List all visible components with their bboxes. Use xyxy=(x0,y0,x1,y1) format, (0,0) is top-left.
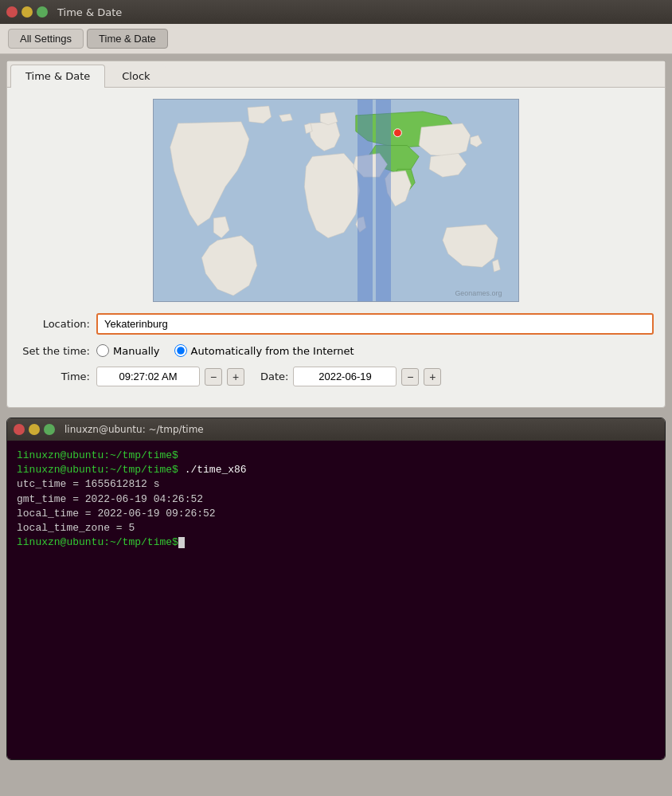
nav-bar: All Settings Time & Date xyxy=(0,24,672,54)
content-area: Geonames.org Location: Set the time: Man… xyxy=(7,88,665,407)
terminal-output-4: local_time_zone = 5 xyxy=(17,521,655,535)
terminal-title-bar: linuxzn@ubuntu: ~/tmp/time xyxy=(7,418,665,441)
tab-time-date[interactable]: Time & Date xyxy=(10,65,105,88)
terminal-minimize-button[interactable] xyxy=(29,424,40,435)
time-date-controls: − + Date: − + xyxy=(96,367,441,386)
terminal-line-2: linuxzn@ubuntu:~/tmp/time$ ./time_x86 xyxy=(17,463,655,477)
date-plus-button[interactable]: + xyxy=(424,368,441,386)
manually-label: Manually xyxy=(113,345,160,357)
terminal-prompt-1: linuxzn@ubuntu:~/tmp/time$ xyxy=(17,449,178,461)
date-group: Date: − + xyxy=(260,367,441,386)
auto-option[interactable]: Automatically from the Internet xyxy=(174,344,354,357)
svg-point-1 xyxy=(393,129,401,137)
terminal-prompt-2: linuxzn@ubuntu:~/tmp/time$ xyxy=(17,464,178,476)
terminal-prompt-final: linuxzn@ubuntu:~/tmp/time$ xyxy=(17,536,178,548)
close-button[interactable] xyxy=(6,6,18,18)
world-map[interactable]: Geonames.org xyxy=(153,99,519,302)
window-title: Time & Date xyxy=(57,6,122,18)
time-input[interactable] xyxy=(96,367,200,386)
minimize-button[interactable] xyxy=(21,6,33,18)
terminal-line-prompt-final: linuxzn@ubuntu:~/tmp/time$ xyxy=(17,535,655,550)
terminal-window-controls[interactable] xyxy=(14,424,55,435)
window-controls[interactable] xyxy=(6,6,48,18)
location-row: Location: xyxy=(18,313,654,335)
tab-clock[interactable]: Clock xyxy=(107,65,165,87)
date-input[interactable] xyxy=(293,367,397,386)
tab-bar: Time & Date Clock xyxy=(7,61,665,88)
map-svg: Geonames.org xyxy=(154,100,518,301)
terminal-output-3: local_time = 2022-06-19 09:26:52 xyxy=(17,507,655,521)
terminal-output-2: gmt_time = 2022-06-19 04:26:52 xyxy=(17,492,655,507)
time-date-nav-button[interactable]: Time & Date xyxy=(87,29,168,49)
terminal-line-1: linuxzn@ubuntu:~/tmp/time$ xyxy=(17,449,655,463)
terminal-close-button[interactable] xyxy=(14,424,25,435)
time-minus-button[interactable]: − xyxy=(205,368,222,386)
terminal-title-text: linuxzn@ubuntu: ~/tmp/time xyxy=(64,424,204,435)
maximize-button[interactable] xyxy=(37,6,48,18)
terminal-body[interactable]: linuxzn@ubuntu:~/tmp/time$ linuxzn@ubunt… xyxy=(7,441,665,759)
time-group: − + xyxy=(96,367,244,386)
manually-option[interactable]: Manually xyxy=(96,344,160,357)
terminal-cmd: ./time_x86 xyxy=(178,464,247,476)
auto-label: Automatically from the Internet xyxy=(191,345,354,357)
time-date-row: Time: − + Date: − + xyxy=(18,367,654,386)
terminal-maximize-button[interactable] xyxy=(44,424,55,435)
terminal-output-1: utc_time = 1655612812 s xyxy=(17,477,655,492)
time-label: Time: xyxy=(18,371,90,382)
location-input[interactable] xyxy=(96,313,654,335)
time-plus-button[interactable]: + xyxy=(227,368,244,386)
terminal-cursor xyxy=(178,537,185,548)
location-label: Location: xyxy=(18,318,90,330)
manually-radio[interactable] xyxy=(96,344,109,357)
all-settings-button[interactable]: All Settings xyxy=(8,29,84,49)
auto-radio[interactable] xyxy=(174,344,187,357)
svg-text:Geonames.org: Geonames.org xyxy=(455,289,502,297)
main-panel: Time & Date Clock xyxy=(6,61,666,408)
date-label: Date: xyxy=(260,371,288,382)
date-minus-button[interactable]: − xyxy=(401,368,419,386)
title-bar: Time & Date xyxy=(0,0,672,24)
radio-group: Manually Automatically from the Internet xyxy=(96,344,354,357)
terminal-window: linuxzn@ubuntu: ~/tmp/time linuxzn@ubunt… xyxy=(6,418,666,760)
set-time-row: Set the time: Manually Automatically fro… xyxy=(18,344,654,357)
set-time-label: Set the time: xyxy=(18,345,90,357)
